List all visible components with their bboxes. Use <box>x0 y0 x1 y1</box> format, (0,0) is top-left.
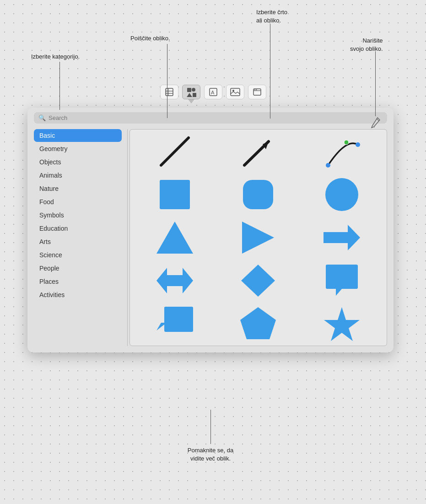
svg-text:A: A <box>211 90 215 95</box>
panel-body: Basic Geometry Objects Animals Nature Fo… <box>34 129 387 346</box>
toolbar-image-button[interactable] <box>226 85 244 99</box>
callout-category: Izberite kategorijo. <box>31 53 80 61</box>
shape-line-arrow[interactable] <box>219 133 297 170</box>
shapes-grid <box>129 129 387 346</box>
svg-point-20 <box>356 142 360 147</box>
svg-point-19 <box>326 163 330 168</box>
svg-rect-22 <box>160 180 190 209</box>
svg-marker-30 <box>240 307 276 339</box>
svg-marker-31 <box>324 307 360 341</box>
sidebar-item-objects[interactable]: Objects <box>34 156 122 168</box>
sidebar-item-symbols[interactable]: Symbols <box>34 209 122 222</box>
shape-circle[interactable] <box>302 176 381 213</box>
svg-marker-7 <box>193 93 196 97</box>
svg-rect-23 <box>243 180 273 209</box>
bottom-vertical-line <box>210 410 211 444</box>
svg-marker-26 <box>242 222 274 254</box>
sidebar-item-people[interactable]: People <box>34 262 122 275</box>
svg-point-24 <box>325 178 358 211</box>
svg-point-15 <box>373 126 375 128</box>
search-line <box>167 44 167 118</box>
sidebar-item-places[interactable]: Places <box>34 275 122 288</box>
search-bar: 🔍 <box>34 112 387 124</box>
callout-draw: Narišite svojo obliko. <box>350 37 383 53</box>
sidebar-item-education[interactable]: Education <box>34 222 122 235</box>
sidebar-item-science[interactable]: Science <box>34 249 122 261</box>
svg-point-21 <box>344 140 349 145</box>
shape-speech-bubble[interactable] <box>302 262 381 299</box>
sidebar-item-geometry[interactable]: Geometry <box>34 142 122 155</box>
svg-marker-27 <box>324 225 360 250</box>
svg-point-14 <box>256 89 257 90</box>
sidebar-item-basic[interactable]: Basic <box>34 129 122 142</box>
search-icon: 🔍 <box>38 114 46 121</box>
toolbar-shapes-button[interactable] <box>182 85 200 99</box>
svg-marker-25 <box>156 222 193 254</box>
toolbar-arrow <box>188 99 194 103</box>
callout-search: Poiščite obliko. <box>130 34 170 43</box>
toolbar-text-button[interactable]: A <box>204 85 222 99</box>
draw-pen-icon[interactable] <box>371 117 381 132</box>
svg-rect-0 <box>166 88 173 96</box>
search-input[interactable] <box>49 114 383 121</box>
callout-line-shape: Izberite črto ali obliko. <box>256 8 287 25</box>
draw-line <box>375 51 376 116</box>
shape-curve[interactable] <box>302 133 381 170</box>
toolbar: A <box>0 85 426 99</box>
svg-marker-28 <box>156 268 193 293</box>
shape-pentagon[interactable] <box>219 305 297 342</box>
svg-line-16 <box>161 138 189 165</box>
svg-marker-29 <box>241 265 275 297</box>
shape-line-diagonal[interactable] <box>135 133 214 170</box>
shape-callout-left[interactable] <box>135 305 214 342</box>
svg-rect-10 <box>231 88 240 96</box>
svg-point-5 <box>192 88 195 92</box>
svg-rect-4 <box>187 88 191 92</box>
shape-square[interactable] <box>135 176 214 213</box>
line-shape-line <box>270 24 270 119</box>
toolbar-shapes-button-wrapper <box>182 85 200 99</box>
panel-divider <box>127 129 128 346</box>
toolbar-table-button[interactable] <box>160 85 178 99</box>
shape-rounded-rect[interactable] <box>219 176 297 213</box>
shape-arrow-right[interactable] <box>302 219 381 256</box>
sidebar-item-nature[interactable]: Nature <box>34 182 122 195</box>
toolbar-file-button[interactable] <box>248 85 266 99</box>
callout-scroll: Pomaknite se, da vidite več oblik. <box>151 446 270 463</box>
sidebar-item-food[interactable]: Food <box>34 195 122 208</box>
category-line <box>59 62 60 110</box>
svg-point-13 <box>254 89 255 90</box>
shape-arrow-lr[interactable] <box>135 262 214 299</box>
shape-triangle-up[interactable] <box>135 219 214 256</box>
svg-marker-6 <box>187 93 192 97</box>
sidebar-item-arts[interactable]: Arts <box>34 235 122 248</box>
shape-diamond[interactable] <box>219 262 297 299</box>
sidebar-item-animals[interactable]: Animals <box>34 169 122 182</box>
shape-star[interactable] <box>302 305 381 342</box>
sidebar: Basic Geometry Objects Animals Nature Fo… <box>34 129 125 346</box>
shape-triangle-right[interactable] <box>219 219 297 256</box>
sidebar-item-activities[interactable]: Activities <box>34 288 122 301</box>
shapes-panel: 🔍 Basic Geometry Objects Animals Nature … <box>27 108 394 352</box>
